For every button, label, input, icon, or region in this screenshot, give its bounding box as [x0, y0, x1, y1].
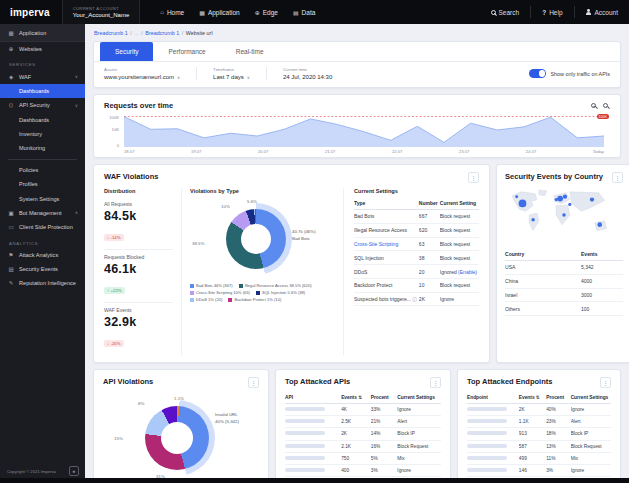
api-donut[interactable]: [145, 406, 209, 470]
account-switcher[interactable]: CURRENT ACCOUNT Your_Account_Name: [62, 0, 140, 24]
nav-item-application[interactable]: ▦Application: [199, 9, 239, 16]
api-traffic-toggle[interactable]: [529, 69, 546, 78]
country-row: China4000: [505, 274, 623, 288]
settings-head-row: TypeNumberCurrent Setting: [354, 197, 479, 210]
name-placeholder-bar: [285, 419, 325, 423]
sidebar-item-dashboards[interactable]: Dashboards: [0, 84, 85, 98]
top-right-actions: Search ? Help Account: [480, 0, 629, 24]
search-button[interactable]: Search: [480, 0, 531, 24]
waf-donut-chart[interactable]: 5.6%10%38.5% 40.7k (46%) Bad Bots: [190, 197, 336, 281]
card-options-button[interactable]: ⋮: [430, 377, 441, 388]
sidebar-item-bot-management[interactable]: ▣Bot Management∧: [0, 206, 85, 220]
zoom-out-icon[interactable]: [603, 103, 608, 108]
nav-item-data[interactable]: ▤Data: [293, 9, 315, 16]
sidebar-item-reputation-intelligence[interactable]: ✎Reputation Intelligence: [0, 276, 85, 290]
top-endpoints-table: EndpointEvents ⇅ProcentCurrent Settings …: [467, 392, 611, 483]
sidebar-item-profiles[interactable]: Profiles: [0, 177, 85, 191]
home-icon: ⌂: [160, 9, 164, 15]
card-options-button[interactable]: ⋮: [600, 377, 611, 388]
sidebar-item-label: Dashboards: [19, 117, 49, 123]
sidebar-item-policies[interactable]: Policies: [0, 163, 85, 177]
nav-item-edge[interactable]: ⊕Edge: [255, 9, 278, 16]
map-dot: [531, 218, 534, 221]
column-header: API: [285, 392, 341, 404]
top-endpoints-title: Top Attacked Endpoints: [467, 377, 552, 386]
assets-dropdown[interactable]: www.yoursitenameurl.com ∨: [104, 74, 180, 80]
column-header: Events: [581, 248, 623, 261]
sidebar-collapse-button[interactable]: «: [69, 466, 79, 476]
sidebar-item-dashboards[interactable]: Dashboards: [0, 113, 85, 127]
tab-performance[interactable]: Performance: [153, 42, 220, 61]
sidebar-item-security-events[interactable]: ▤Security Events: [0, 262, 85, 276]
sidebar-item-inventory[interactable]: Inventory: [0, 127, 85, 141]
tooltip-name: Bad Bots: [292, 236, 316, 243]
map-dot: [563, 195, 567, 199]
table-row: 4003%Ignore: [285, 464, 441, 476]
name-placeholder-bar: [467, 407, 507, 411]
card-options-button[interactable]: ⋮: [468, 172, 479, 183]
sidebar-item-attack-analytics[interactable]: ⚑Attack Analytics: [0, 248, 85, 262]
waf-donut-tooltip: 40.7k (46%) Bad Bots: [292, 229, 316, 242]
card-options-button[interactable]: ⋮: [248, 377, 259, 388]
legend-label: Backdoor Protect 1% (10): [234, 297, 281, 302]
events-value: 4K: [341, 404, 371, 416]
sidebar-item-monitoring[interactable]: Monitoring: [0, 141, 85, 155]
percent-value: 11%: [546, 452, 570, 464]
sidebar-item-application[interactable]: ▦Application: [0, 24, 85, 42]
account-button[interactable]: Account: [575, 0, 629, 24]
setting-number: 38: [419, 251, 440, 265]
sidebar-item-websites[interactable]: ⊕Websites: [0, 42, 85, 56]
api-donut-tooltip: Invalid URL 40% (5,342): [215, 412, 239, 425]
country-events: 4000: [581, 274, 623, 288]
events-value: 400: [341, 464, 371, 476]
sidebar-item-api-security[interactable]: ⟨⟩API Security∨: [0, 98, 85, 112]
setting-type-link[interactable]: Cross-Site Scripting: [354, 241, 398, 247]
breadcrumb-part[interactable]: Breadcrumb 1: [94, 30, 128, 36]
globe-icon: ⊕: [7, 46, 15, 52]
country-name: USA: [505, 261, 581, 275]
country-name: Others: [505, 302, 581, 316]
column-header[interactable]: Events ⇅: [519, 392, 546, 404]
sidebar-item-client-side-protection[interactable]: ▭Client Side Protection: [0, 220, 85, 234]
timeframe-filter: Timeframe Last 7 days ∨: [213, 67, 267, 80]
name-cell: [285, 464, 341, 476]
tooltip-value: 40.7k (46%): [292, 229, 316, 236]
nav-item-home[interactable]: ⌂Home: [160, 9, 184, 16]
distribution-stat: Requests Blocked46.1k↑ +22%: [104, 250, 173, 303]
column-header[interactable]: Events ⇅: [341, 392, 371, 404]
enable-link[interactable]: (Enable): [457, 269, 477, 275]
sort-icon[interactable]: ⇅: [535, 395, 540, 400]
help-button[interactable]: ? Help: [531, 0, 573, 24]
table-row: 2.5K21%Alert: [285, 416, 441, 428]
name-placeholder-bar: [467, 444, 507, 448]
waf-donut[interactable]: [226, 209, 286, 269]
sidebar-item-waf[interactable]: ◈WAF∨: [0, 69, 85, 83]
country-tbody: USA5,342China4000Israel3000Others100: [505, 261, 623, 316]
tab-security[interactable]: Security: [100, 42, 153, 61]
sidebar-item-system-settings[interactable]: System Settings: [0, 191, 85, 205]
sidebar-item-label: Application: [19, 30, 46, 36]
sidebar-item-label: Inventory: [19, 131, 42, 137]
app-icon: ▦: [7, 30, 15, 36]
tab-real-time[interactable]: Real-time: [221, 42, 279, 61]
distribution-stats: All Requests84.5k↓ -14%Requests Blocked4…: [104, 197, 173, 355]
timeframe-dropdown[interactable]: Last 7 days ∨: [213, 74, 250, 80]
legend-label: Illegal Resource Access 38.5% (620): [245, 283, 312, 288]
breadcrumb-part[interactable]: Breadcrumb 1: [145, 30, 179, 36]
card-options-button[interactable]: ⋮: [612, 172, 623, 183]
map-dot: [557, 196, 563, 202]
sort-icon[interactable]: ⇅: [357, 395, 362, 400]
zoom-in-icon[interactable]: [591, 103, 596, 108]
setting-type-cell: Bad Bots: [354, 210, 419, 224]
column-header: Endpoint: [467, 392, 519, 404]
breadcrumb-separator: /: [130, 30, 132, 36]
breadcrumb-part: ...: [134, 30, 139, 36]
api-traffic-toggle-label: Show only traffic on APIs: [550, 71, 610, 77]
sidebar-item-label: Attack Analytics: [19, 252, 58, 258]
events-value: 499: [519, 452, 546, 464]
api-donut-chart[interactable]: 1.1%8%15%31% Invalid URL 40% (5,342): [103, 390, 261, 483]
percent-value: 18%: [546, 428, 570, 440]
legend-label: DDoS 1% (20): [196, 297, 222, 302]
donut-label: 5.6%: [247, 199, 257, 204]
stat-value: 84.5k: [104, 209, 173, 223]
